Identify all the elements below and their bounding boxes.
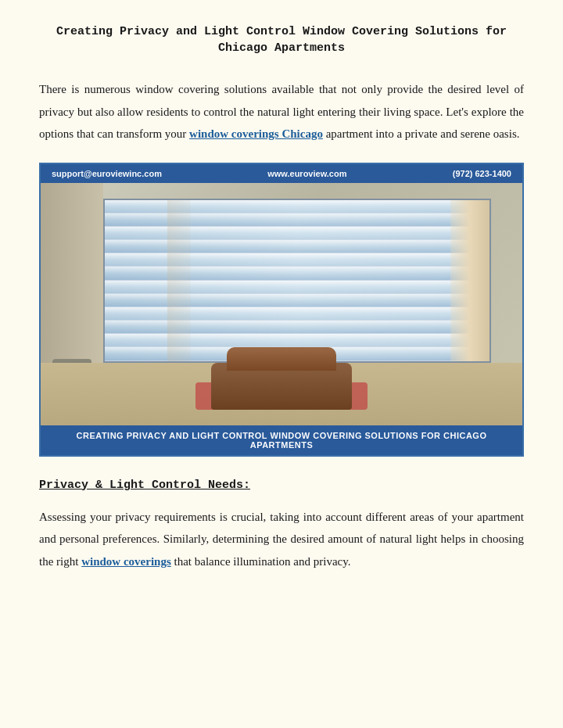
image-website: www.euroview.com	[267, 169, 346, 178]
window-coverings-chicago-link[interactable]: window coverings Chicago	[189, 127, 323, 140]
blind-strip	[105, 253, 489, 267]
sofa	[211, 363, 352, 410]
blind-strip	[105, 267, 489, 280]
page-title: Creating Privacy and Light Control Windo…	[39, 23, 524, 56]
intro-paragraph: There is numerous window covering soluti…	[39, 78, 524, 145]
image-phone: (972) 623-1400	[453, 169, 511, 178]
sofa-cushion	[227, 347, 336, 371]
blind-strip	[105, 200, 489, 213]
window-coverings-link2[interactable]: window coverings	[81, 555, 171, 568]
page-container: Creating Privacy and Light Control Windo…	[0, 0, 563, 728]
curtain-right	[450, 200, 489, 361]
blind-strip	[105, 281, 489, 294]
furniture-area	[119, 332, 444, 410]
image-top-bar: support@euroviewinc.com www.euroview.com…	[41, 164, 522, 183]
blind-strip	[105, 307, 489, 321]
blind-strip	[105, 213, 489, 227]
blind-strip	[105, 240, 489, 253]
image-scene: 🌿	[41, 183, 522, 425]
article-image-container: support@euroviewinc.com www.euroview.com…	[39, 163, 524, 457]
image-caption: Creating Privacy and Light Control Windo…	[41, 425, 522, 455]
section1-heading: Privacy & Light Control Needs:	[39, 479, 524, 492]
intro-text-after-link: apartment into a private and serene oasi…	[323, 127, 520, 140]
section1-paragraph: Assessing your privacy requirements is c…	[39, 506, 524, 573]
blind-strip	[105, 227, 489, 240]
blind-strip	[105, 294, 489, 307]
section1-text-after-link: that balance illumination and privacy.	[171, 555, 351, 568]
image-email: support@euroviewinc.com	[52, 169, 162, 178]
